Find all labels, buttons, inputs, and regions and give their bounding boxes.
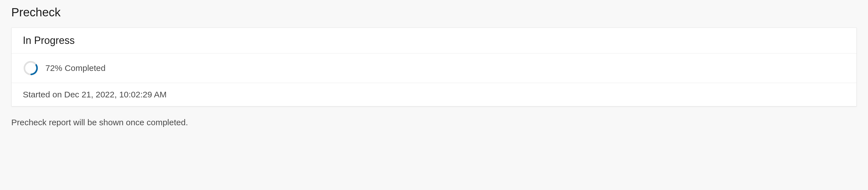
page-title: Precheck bbox=[11, 6, 857, 19]
started-timestamp: Started on Dec 21, 2022, 10:02:29 AM bbox=[11, 83, 857, 106]
loading-spinner-icon bbox=[23, 60, 39, 76]
progress-text: 72% Completed bbox=[45, 63, 105, 73]
status-header: In Progress bbox=[11, 28, 857, 53]
progress-row: 72% Completed bbox=[11, 53, 857, 83]
status-card: In Progress 72% Completed Started on Dec… bbox=[11, 28, 857, 106]
report-note: Precheck report will be shown once compl… bbox=[11, 118, 857, 127]
